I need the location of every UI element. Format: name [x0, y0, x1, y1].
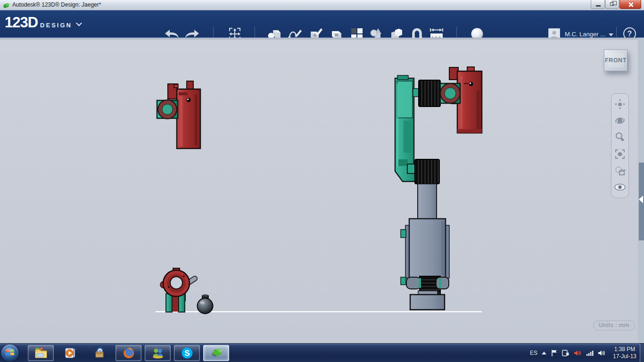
units-indicator[interactable]: Units : mm	[594, 321, 635, 330]
window-title: Autodesk® 123D® Design: Jaeger*	[12, 1, 101, 8]
logo-primary: 123D	[5, 14, 38, 31]
zoom-icon	[614, 132, 626, 143]
app-toolbar: 123D DESIGN	[0, 10, 644, 38]
window-titlebar: Autodesk® 123D® Design: Jaeger*	[0, 0, 644, 10]
clock-time: 1:38 PM	[610, 346, 639, 353]
restore-icon	[610, 2, 614, 6]
pan-icon	[614, 99, 626, 110]
language-indicator[interactable]: ES	[530, 350, 537, 356]
hide-button[interactable]	[613, 180, 627, 194]
123d-design-icon	[209, 347, 223, 359]
user-name[interactable]: M.C. Langer ...	[565, 31, 605, 38]
explorer-icon	[34, 347, 48, 359]
view-cube-label: FRONT	[605, 57, 627, 64]
orbit-icon	[614, 115, 626, 126]
model-robot-arm-assembly[interactable]	[395, 67, 482, 310]
taskbar-messenger-button[interactable]	[145, 345, 171, 361]
messenger-icon	[151, 347, 165, 359]
volume-icon[interactable]	[598, 349, 606, 357]
taskbar-skype-button[interactable]: S	[174, 345, 200, 361]
taskbar-games-button[interactable]	[86, 345, 112, 361]
taskbar-firefox-button[interactable]	[116, 345, 141, 361]
logo-secondary: DESIGN	[40, 22, 72, 29]
pan-button[interactable]	[613, 97, 627, 111]
firefox-icon	[122, 346, 135, 360]
taskbar-123d-button[interactable]	[203, 345, 229, 361]
clock[interactable]: 1:38 PM 17-Jul-13	[610, 346, 639, 360]
panel-expand-arrow-icon[interactable]	[639, 196, 643, 203]
remove-hardware-icon[interactable]	[562, 349, 570, 357]
restore-button[interactable]	[605, 0, 619, 9]
view-cube[interactable]: FRONT	[604, 49, 627, 71]
clock-date: 17-Jul-13	[610, 353, 639, 360]
close-button[interactable]	[619, 0, 641, 9]
games-box-icon	[93, 347, 106, 359]
taskbar-explorer-button[interactable]	[28, 345, 54, 361]
network-signal-icon[interactable]	[586, 350, 594, 356]
media-player-icon	[64, 347, 76, 359]
orbit-button[interactable]	[613, 114, 627, 128]
app-icon	[2, 1, 10, 9]
minimize-icon	[596, 5, 601, 7]
fit-icon	[614, 148, 626, 160]
system-tray: ES 1:38 PM 17-Jul-13	[530, 344, 639, 362]
zoom-button[interactable]	[613, 130, 627, 144]
logo-menu-caret-icon	[76, 20, 82, 26]
fit-button[interactable]	[613, 147, 627, 161]
user-menu-caret-icon[interactable]	[609, 33, 613, 36]
navigation-rail	[611, 93, 629, 198]
shade-button[interactable]	[613, 164, 627, 178]
3d-scene	[0, 38, 644, 343]
model-servo-wheel[interactable]	[160, 268, 198, 312]
start-button[interactable]	[1, 345, 18, 362]
taskbar-media-player-button[interactable]	[57, 345, 83, 361]
windows-logo-icon	[5, 348, 15, 358]
show-hidden-icons-caret[interactable]	[542, 352, 546, 354]
skype-icon: S	[181, 346, 194, 360]
close-icon	[628, 2, 634, 8]
model-ball[interactable]	[198, 295, 213, 314]
app-volume-red-icon[interactable]	[574, 349, 582, 357]
action-center-flag-icon[interactable]	[551, 349, 558, 357]
model-red-gun-left[interactable]	[157, 81, 200, 148]
show-desktop-button[interactable]	[640, 344, 644, 362]
windows-taskbar: S ES	[0, 343, 644, 362]
app-logo[interactable]: 123D DESIGN	[5, 14, 81, 31]
eye-icon	[614, 182, 626, 192]
modeling-canvas[interactable]: FRONT	[0, 38, 644, 343]
shade-icon	[614, 165, 626, 176]
skype-letter: S	[184, 349, 190, 358]
minimize-button[interactable]	[591, 0, 605, 9]
